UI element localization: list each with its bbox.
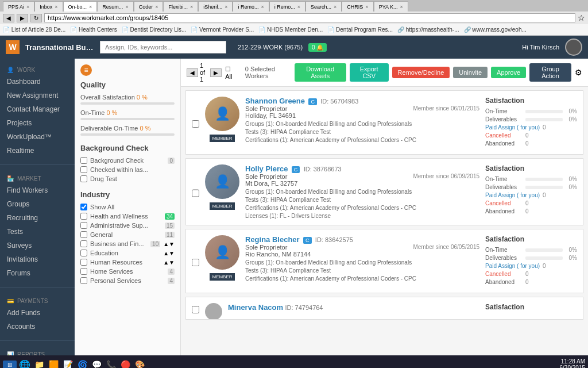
worker-name-4[interactable]: Minerva Nacom [228,303,283,312]
bookmark-1[interactable]: 📄 List of Article 28 De... [3,26,65,33]
education-checkbox[interactable] [80,250,87,256]
paid-assign-label-2[interactable]: Paid Assign ( for you) [485,192,540,198]
search-input[interactable] [100,41,226,53]
sidebar-item-surveys[interactable]: Surveys [0,239,75,252]
worker-certs-2: Certifications (1): American Academy of … [245,205,479,211]
taskbar-icon-app5[interactable]: 🔴 [119,358,131,368]
settings-icon[interactable]: ⚙ [575,68,582,77]
paid-assign-label-3[interactable]: Paid Assign ( for you) [485,263,540,269]
bookmark-4[interactable]: 📄 Vermont Provider S... [191,26,254,33]
address-input[interactable] [44,13,575,22]
general-checkbox[interactable] [80,231,87,238]
bookmark-8[interactable]: 🔗 www.mass.gov/eoh... [464,26,527,33]
refresh-button[interactable]: ↻ [30,14,42,22]
download-assets-button[interactable]: Download Assets [295,63,346,82]
expand-icon[interactable]: ▲▼ [163,241,175,247]
background-check-checkbox[interactable] [80,157,87,164]
tab-inbox[interactable]: Inbox × [34,1,63,12]
sidebar-item-invitations[interactable]: Invitations [0,252,75,266]
deliverable-progress[interactable] [80,133,175,136]
filter-toggle[interactable]: ≡ [80,64,92,76]
checked-within-checkbox[interactable] [80,166,87,173]
remove-decline-button[interactable]: Remove/Decline [392,67,450,78]
taskbar-icon-app2[interactable]: 📝 [61,358,74,368]
drug-test-checkbox[interactable] [80,175,87,182]
forward-button[interactable]: ▶ [17,14,28,22]
start-button[interactable]: ⊞ [3,361,17,369]
sidebar-item-tests[interactable]: Tests [0,225,75,239]
tab-remo1[interactable]: i Remo... × [233,1,269,12]
health-wellness-checkbox[interactable] [80,213,87,220]
tab-pya[interactable]: PYA K... × [374,1,408,12]
taskbar-icon-ie[interactable]: 🌐 [18,358,31,368]
approve-button[interactable]: Approve [491,67,526,78]
tab-coder[interactable]: Coder × [134,1,164,12]
paid-assign-label-1[interactable]: Paid Assign ( for you) [485,124,540,131]
worker-name-3[interactable]: Regina Blecher [245,235,300,244]
tab-flexibi[interactable]: Flexibi... × [163,1,198,12]
expand-icon3[interactable]: ▲▼ [163,259,175,266]
business-fin-checkbox[interactable] [80,240,87,247]
sidebar-item-accounts[interactable]: Accounts [0,320,75,334]
overall-value: 0 % [137,94,148,101]
tab-onbo[interactable]: On-bo... × [63,1,98,12]
overall-progress[interactable] [80,102,175,105]
sidebar-item-dashboard[interactable]: Dashboard [0,75,75,89]
sidebar-item-contact-manager[interactable]: Contact Manager [0,102,75,116]
prev-page-button[interactable]: ◀ [187,68,198,77]
tab-chris[interactable]: CHRIS × [342,1,373,12]
personal-services-checkbox[interactable] [80,277,87,284]
worker-select-2[interactable] [192,167,199,219]
home-services-checkbox[interactable] [80,268,87,275]
bookmark-7[interactable]: 🔗 https://masshealth-... [397,26,459,33]
tab-remo2[interactable]: i Remo... × [269,1,305,12]
worker-name-1[interactable]: Shannon Greene [245,97,305,105]
ontime-val-3: 0% [566,247,577,253]
taskbar-icon-folder[interactable]: 📁 [33,358,45,368]
worker-name-2[interactable]: Holly Pierce [245,164,288,173]
worker-select-1[interactable] [192,99,199,148]
tab-iSherif[interactable]: iSherif... × [198,1,233,12]
sidebar-item-forums[interactable]: Forums [0,266,75,280]
sidebar-item-projects[interactable]: Projects [0,116,75,130]
human-resources-checkbox[interactable] [80,259,87,266]
bookmark-2[interactable]: 📄 Health Centers [70,26,117,33]
worker-location-3: Rio Rancho, NM 87144 [245,251,479,258]
uninvite-button[interactable]: Uninvite [453,67,488,78]
taskbar-icon-app4[interactable]: 📞 [105,358,117,368]
taskbar-icon-app3[interactable]: 💬 [90,358,103,368]
group-action-button[interactable]: Group Action [529,63,571,82]
tab-resume[interactable]: Resum... × [97,1,133,12]
tab-search[interactable]: Search... × [305,1,342,12]
worker-id-2: ID: 38768673 [304,166,342,172]
taskbar-icon-chrome[interactable]: 🌀 [76,358,88,368]
page-navigation: ◀ 1 of 1 ▶ [187,62,222,83]
sidebar-item-recruiting[interactable]: Recruiting [0,211,75,225]
sidebar-item-realtime[interactable]: Realtime [0,144,75,158]
taskbar-icon-app1[interactable]: 🟧 [47,358,60,368]
ontime-progress[interactable] [80,118,175,120]
next-page-button[interactable]: ▶ [210,68,222,77]
home-services-label: Home Services [90,268,165,275]
sidebar-item-workupload[interactable]: WorkUpload™ [0,130,75,144]
sidebar-item-add-funds[interactable]: Add Funds [0,306,75,320]
cancelled-label-1: Cancelled [485,132,523,139]
taskbar-icon-app6[interactable]: 🎨 [133,358,146,368]
sidebar-item-find-workers[interactable]: Find Workers [0,183,75,197]
tab-pps[interactable]: PPS Ai × [3,1,34,12]
bookmark-5[interactable]: 📄 NHDS Member Den... [258,26,323,33]
admin-sup-checkbox[interactable] [80,222,87,229]
bookmark-3[interactable]: 📄 Dentist Directory Lis... [122,26,187,33]
back-button[interactable]: ◀ [3,14,14,22]
bookmark-6[interactable]: 📄 Dental Program Res... [327,26,393,33]
ontime-val-2: 0% [566,176,577,182]
worker-select-4[interactable] [192,306,199,313]
export-csv-button[interactable]: Export CSV [350,63,389,82]
avatar[interactable] [565,39,582,56]
show-all-checkbox[interactable] [80,204,87,210]
sidebar-item-groups[interactable]: Groups [0,197,75,211]
worker-select-3[interactable] [192,238,199,287]
expand-icon2[interactable]: ▲▼ [163,250,175,256]
logo: W [6,40,20,54]
sidebar-item-new-assignment[interactable]: New Assignment [0,89,75,102]
